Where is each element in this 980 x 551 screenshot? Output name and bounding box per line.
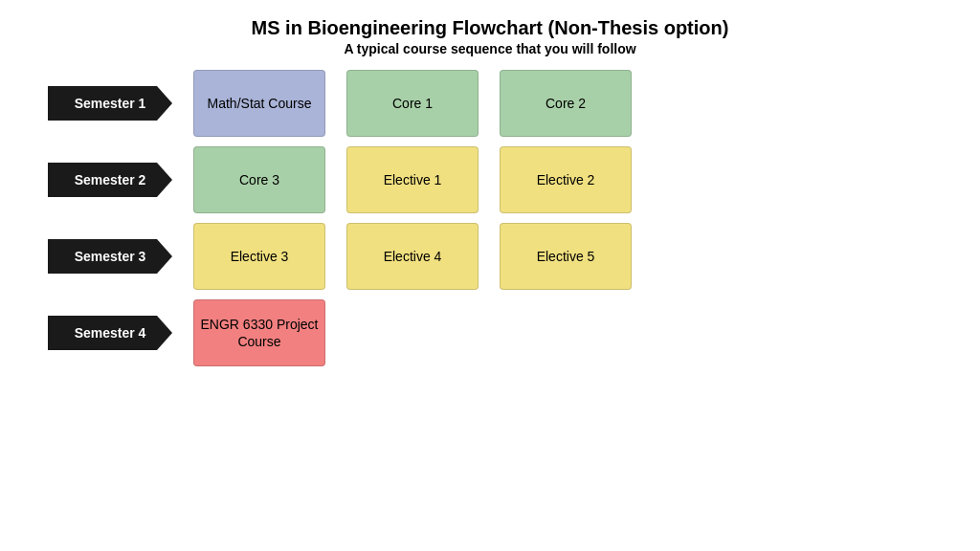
semester-label-4: Semester 4 <box>48 316 172 350</box>
course-box-s3-c1: Elective 3 <box>193 223 325 290</box>
semester-row-4: Semester 4ENGR 6330 Project Course <box>48 299 980 366</box>
semester-label-3: Semester 3 <box>48 239 172 274</box>
course-box-s2-c3: Elective 2 <box>500 146 632 213</box>
semester-row-2: Semester 2Core 3Elective 1Elective 2 <box>48 146 980 213</box>
flowchart: Semester 1Math/Stat CourseCore 1Core 2Se… <box>0 70 980 366</box>
course-box-s2-c2: Elective 1 <box>346 146 479 213</box>
course-box-s3-c3: Elective 5 <box>500 223 632 290</box>
course-box-s4-c1: ENGR 6330 Project Course <box>193 299 325 366</box>
course-box-s1-c2: Core 1 <box>346 70 479 137</box>
course-box-s2-c1: Core 3 <box>193 146 325 213</box>
course-box-s3-c2: Elective 4 <box>346 223 479 290</box>
subtitle: A typical course sequence that you will … <box>0 41 980 56</box>
semester-row-1: Semester 1Math/Stat CourseCore 1Core 2 <box>48 70 980 137</box>
course-box-s1-c1: Math/Stat Course <box>193 70 325 137</box>
course-box-s1-c3: Core 2 <box>500 70 632 137</box>
semester-label-1: Semester 1 <box>48 86 172 121</box>
page-title-block: MS in Bioengineering Flowchart (Non-Thes… <box>0 0 980 56</box>
semester-label-2: Semester 2 <box>48 163 172 197</box>
main-title: MS in Bioengineering Flowchart (Non-Thes… <box>0 17 980 39</box>
semester-row-3: Semester 3Elective 3Elective 4Elective 5 <box>48 223 980 290</box>
